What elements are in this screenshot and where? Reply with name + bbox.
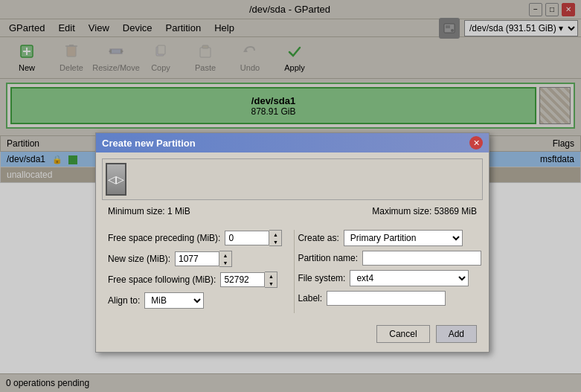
min-size-label: Minimum size: 1 MiB [108, 206, 190, 216]
free-following-label: Free space following (MiB): [108, 274, 216, 285]
left-column: Free space preceding (MiB): ▲ ▼ New size… [108, 230, 295, 313]
create-as-select[interactable]: Primary Partition Extended Partition Log… [344, 230, 463, 246]
free-preceding-row: Free space preceding (MiB): ▲ ▼ [108, 230, 282, 246]
new-size-label: New size (MiB): [108, 254, 170, 264]
free-preceding-down[interactable]: ▼ [269, 238, 281, 245]
free-following-row: Free space following (MiB): ▲ ▼ [108, 271, 282, 288]
free-preceding-up[interactable]: ▲ [269, 231, 281, 238]
label-field-label: Label: [298, 293, 322, 303]
filesystem-label: File system: [298, 273, 345, 283]
new-size-input[interactable] [175, 251, 219, 266]
free-following-input[interactable] [220, 272, 265, 287]
free-following-input-wrapper: ▲ ▼ [220, 271, 277, 288]
create-partition-dialog: Create new Partition ✕ ◁▷ Minimum size: … [95, 132, 489, 353]
new-size-row: New size (MiB): ▲ ▼ [108, 251, 282, 267]
slider-arrows: ◁▷ [108, 173, 124, 185]
label-input[interactable] [327, 291, 446, 306]
partition-name-label: Partition name: [298, 253, 358, 263]
free-preceding-spinbtns: ▲ ▼ [269, 230, 282, 246]
filesystem-row: File system: ext4 ext3 ext2 fat32 ntfs b… [298, 270, 481, 286]
partition-name-input[interactable] [362, 251, 481, 266]
dialog-buttons: Cancel Add [96, 319, 489, 352]
align-to-select[interactable]: MiB None Cylinder [144, 292, 204, 309]
label-row: Label: [298, 291, 481, 306]
free-preceding-input[interactable] [225, 231, 269, 245]
new-size-spinbtns: ▲ ▼ [219, 251, 232, 267]
partition-name-row: Partition name: [298, 251, 481, 266]
modal-overlay: Create new Partition ✕ ◁▷ Minimum size: … [0, 0, 581, 392]
create-as-label: Create as: [298, 233, 338, 243]
new-size-down[interactable]: ▼ [219, 259, 231, 266]
max-size-label: Maximum size: 53869 MiB [372, 206, 477, 216]
add-button[interactable]: Add [436, 325, 477, 343]
create-as-row: Create as: Primary Partition Extended Pa… [298, 230, 481, 246]
slider-handle-left[interactable]: ◁▷ [106, 163, 126, 196]
dialog-form: Free space preceding (MiB): ▲ ▼ New size… [96, 224, 489, 319]
new-size-up[interactable]: ▲ [219, 251, 231, 259]
cancel-button[interactable]: Cancel [376, 325, 429, 343]
dialog-close-button[interactable]: ✕ [469, 136, 483, 150]
align-to-label: Align to: [108, 295, 140, 306]
new-size-input-wrapper: ▲ ▼ [175, 251, 232, 267]
filesystem-select[interactable]: ext4 ext3 ext2 fat32 ntfs btrfs [350, 270, 469, 286]
dialog-title-bar: Create new Partition ✕ [96, 133, 489, 152]
align-to-row: Align to: MiB None Cylinder [108, 292, 282, 309]
free-preceding-input-wrapper: ▲ ▼ [225, 230, 282, 246]
dialog-title-text: Create new Partition [102, 138, 196, 149]
free-following-spinbtns: ▲ ▼ [265, 271, 277, 288]
free-following-up[interactable]: ▲ [265, 272, 277, 280]
free-preceding-label: Free space preceding (MiB): [108, 233, 220, 243]
partition-slider-area: ◁▷ [102, 158, 483, 200]
free-following-down[interactable]: ▼ [265, 280, 277, 287]
size-info: Minimum size: 1 MiB Maximum size: 53869 … [96, 206, 489, 216]
right-column: Create as: Primary Partition Extended Pa… [295, 230, 481, 313]
